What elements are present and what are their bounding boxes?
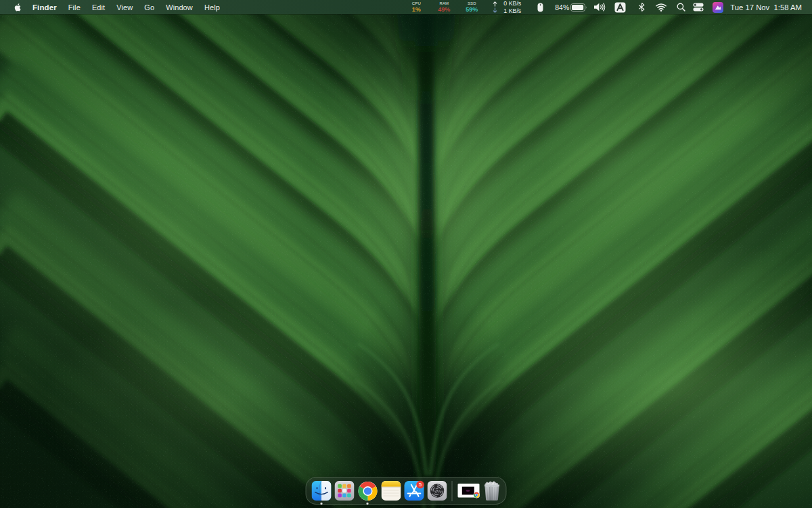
svg-text:5: 5 xyxy=(418,482,422,488)
